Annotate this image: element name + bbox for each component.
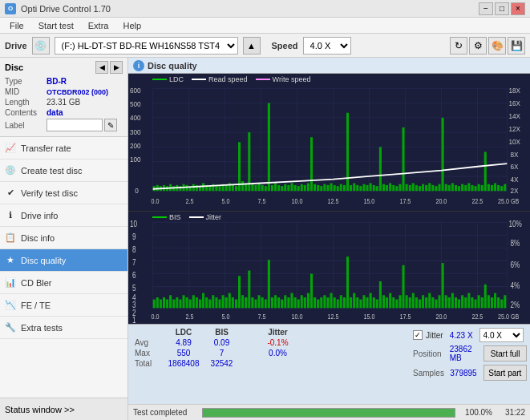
svg-rect-55 xyxy=(268,103,270,192)
svg-rect-234 xyxy=(346,256,349,308)
disc-btn1[interactable]: ◀ xyxy=(95,61,108,74)
svg-rect-88 xyxy=(376,186,378,191)
mid-label: MID xyxy=(5,87,47,96)
sidebar-item-create-test-disc[interactable]: 💿 Create test disc xyxy=(0,160,127,182)
svg-rect-235 xyxy=(350,297,352,308)
status-text: Test completed xyxy=(133,408,197,417)
svg-rect-86 xyxy=(370,183,372,191)
position-row: Position 23862 MB Start full xyxy=(413,345,527,362)
svg-rect-105 xyxy=(431,185,434,191)
sidebar-item-verify-test-disc[interactable]: ✔ Verify test disc xyxy=(0,182,127,204)
svg-rect-80 xyxy=(350,185,352,191)
samples-row: Samples 379895 Start part xyxy=(413,365,527,381)
svg-text:600: 600 xyxy=(130,87,141,95)
speed-select[interactable]: 4.0 X xyxy=(303,37,351,55)
sidebar-item-transfer-rate[interactable]: 📈 Transfer rate xyxy=(0,137,127,160)
menu-help[interactable]: Help xyxy=(116,20,148,31)
drive-select[interactable]: (F:) HL-DT-ST BD-RE WH16NS58 TST4 xyxy=(55,37,238,55)
svg-rect-278 xyxy=(491,297,493,308)
dq-title: Disc quality xyxy=(148,61,197,71)
svg-rect-178 xyxy=(163,297,165,308)
svg-rect-277 xyxy=(488,295,490,308)
svg-rect-58 xyxy=(277,185,280,191)
eject-button[interactable]: ▲ xyxy=(243,37,261,55)
svg-rect-45 xyxy=(235,186,237,191)
svg-rect-247 xyxy=(389,293,391,308)
svg-rect-244 xyxy=(379,281,382,308)
svg-rect-109 xyxy=(445,184,447,192)
svg-rect-70 xyxy=(317,185,319,191)
svg-rect-50 xyxy=(251,184,253,192)
svg-rect-176 xyxy=(156,297,159,308)
stats-right: ✓ Jitter 4.23 X 4.0 X Position 23862 MB … xyxy=(410,325,530,404)
svg-rect-271 xyxy=(467,293,470,308)
sidebar-item-extra-tests[interactable]: 🔧 Extra tests xyxy=(0,317,127,339)
stats-table: LDC BIS Jitter Avg 4.89 0.09 -0.1% Max 5… xyxy=(128,325,410,404)
status-window-button[interactable]: Status window >> xyxy=(0,398,127,420)
svg-rect-79 xyxy=(346,113,349,191)
speed-select-stats[interactable]: 4.0 X xyxy=(479,328,524,342)
svg-rect-97 xyxy=(406,184,408,192)
speed-label: Speed xyxy=(272,41,298,50)
palette-icon[interactable]: 🎨 xyxy=(488,37,506,55)
svg-rect-65 xyxy=(301,184,303,192)
svg-rect-205 xyxy=(251,297,253,308)
legend-read-speed-color xyxy=(192,79,206,80)
sidebar-item-disc-quality[interactable]: ★ Disc quality xyxy=(0,249,127,272)
maximize-button[interactable]: □ xyxy=(495,2,509,15)
start-full-button[interactable]: Start full xyxy=(483,345,527,361)
svg-rect-125 xyxy=(497,185,500,191)
save-icon[interactable]: 💾 xyxy=(508,37,525,55)
label-input[interactable] xyxy=(47,119,103,131)
svg-rect-208 xyxy=(261,297,264,308)
disc-quality-icon: ★ xyxy=(5,255,16,266)
svg-text:15.0: 15.0 xyxy=(363,311,374,320)
settings-icon[interactable]: ⚙ xyxy=(469,37,487,55)
cd-bler-label: CD Bler xyxy=(21,278,52,288)
progress-bar-fill xyxy=(203,409,455,417)
drive-icon: 💿 xyxy=(32,37,50,55)
menu-extra[interactable]: Extra xyxy=(82,20,115,31)
legend-jitter: Jitter xyxy=(189,213,222,221)
svg-text:12X: 12X xyxy=(508,124,520,133)
disc-btn2[interactable]: ▶ xyxy=(110,61,123,74)
create-test-disc-label: Create test disc xyxy=(21,166,82,176)
start-part-button[interactable]: Start part xyxy=(483,365,527,381)
avg-jitter: -0.1% xyxy=(256,338,300,347)
svg-text:8%: 8% xyxy=(510,237,520,247)
svg-rect-60 xyxy=(284,184,286,192)
refresh-icon[interactable]: ↻ xyxy=(450,37,467,55)
svg-rect-116 xyxy=(467,183,470,191)
create-test-disc-icon: 💿 xyxy=(5,165,16,176)
menu-file[interactable]: File xyxy=(3,20,30,31)
svg-rect-92 xyxy=(389,183,391,191)
close-button[interactable]: × xyxy=(511,2,525,15)
status-window-label: Status window >> xyxy=(5,405,75,414)
progress-time: 31:22 xyxy=(497,408,525,417)
label-edit-button[interactable]: ✎ xyxy=(104,119,117,131)
svg-rect-67 xyxy=(307,183,310,191)
legend-read-speed-text: Read speed xyxy=(208,75,248,83)
avg-bis: 0.09 xyxy=(204,338,240,347)
avg-label: Avg xyxy=(135,338,164,347)
svg-text:7: 7 xyxy=(132,256,136,266)
svg-rect-126 xyxy=(500,186,503,191)
dq-header: i Disc quality xyxy=(128,58,530,74)
minimize-button[interactable]: − xyxy=(479,2,493,15)
svg-rect-71 xyxy=(320,186,322,191)
svg-text:12.5: 12.5 xyxy=(327,197,338,205)
sidebar-item-drive-info[interactable]: ℹ Drive info xyxy=(0,204,127,227)
svg-rect-83 xyxy=(359,186,362,191)
sidebar-item-cd-bler[interactable]: 📊 CD Bler xyxy=(0,272,127,294)
svg-rect-197 xyxy=(225,297,228,308)
svg-rect-243 xyxy=(376,299,378,308)
svg-rect-216 xyxy=(287,297,289,308)
sidebar-item-disc-info[interactable]: 📋 Disc info xyxy=(0,227,127,249)
legend-jitter-text: Jitter xyxy=(206,213,222,221)
svg-rect-266 xyxy=(451,293,454,308)
menu-start-test[interactable]: Start test xyxy=(32,20,80,31)
top-chart-svg: 600 500 400 300 200 100 0 18X 16X 14X 12… xyxy=(128,74,530,211)
jitter-checkbox[interactable]: ✓ xyxy=(413,330,423,340)
svg-rect-248 xyxy=(392,297,394,308)
sidebar-item-fe-te[interactable]: 📉 FE / TE xyxy=(0,294,127,317)
